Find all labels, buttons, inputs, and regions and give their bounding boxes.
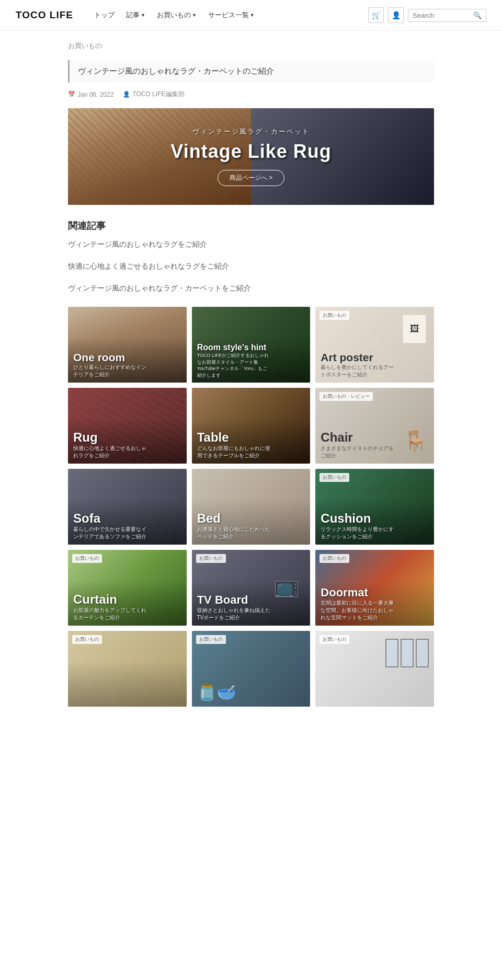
card-desc: TOCO LIFEがご紹介するおしゃれなお部屋スタイル・アート集 YouTube… [197,352,270,378]
article-header-text: ヴィンテージ風のおしゃれなラグ・カーペットのご紹介 [78,66,426,76]
card-curtain[interactable]: お買いもの Curtain お部屋の魅力をアップしてくれるカーテンをご紹介 [68,550,187,626]
card-extra2[interactable]: お買いもの 🫙🥣 [192,631,311,707]
card-text: Chair さまざまなテイストのチェアをご紹介 [321,430,394,459]
card-name: Sofa [73,511,146,526]
nav-article[interactable]: 記事 ▼ [126,10,145,20]
nav-top[interactable]: トップ [94,10,115,20]
card-desc: 快適に心地よく過ごせるおしゃれラグをご紹介 [73,445,146,459]
card-text: Bed お洒落さと寝心地にこだわったベッドをご紹介 [197,511,270,540]
card-label: お買いもの [196,635,226,644]
card-text: Rug 快適に心地よく過ごせるおしゃれラグをご紹介 [73,430,146,459]
card-label: お買いもの・レビュー [320,392,373,401]
hero-subtitle: ヴィンテージ風ラグ・カーペット [192,127,310,136]
chevron-down-icon: ▼ [141,13,145,18]
card-desc: 玄関は最初に目に入る一番大事な空間。お客様に向けたおしゃれな玄関マットをご紹介 [321,599,394,621]
card-text: Sofa 暮らしの中で欠かせる重要なインテリアであるソファをご紹介 [73,511,146,540]
card-name: Doormat [321,586,394,599]
card-name: Cushion [321,511,394,526]
card-text: Curtain お部屋の魅力をアップしてくれるカーテンをご紹介 [73,592,146,621]
card-label: お買いもの [320,311,349,320]
section-text-2: 快適に心地よく過ごせるおしゃれなラグをご紹介 [68,260,434,273]
calendar-icon: 📅 [68,91,75,98]
card-text: Cushion リラックス時間をより豊かにするクッションをご紹介 [321,511,394,540]
card-text: Art poster 暮らしを豊かにしてくれるアートポスターをご紹介 [321,351,394,378]
card-name: TV Board [197,593,270,607]
card-name: Chair [321,430,394,445]
user-button[interactable]: 👤 [388,7,404,23]
card-table[interactable]: Table どんなお部屋にもおしゃれに使用できるテーブルをご紹介 [192,388,311,464]
cart-button[interactable]: 🛒 [368,7,384,23]
card-bed[interactable]: Bed お洒落さと寝心地にこだわったベッドをご紹介 [192,469,311,545]
section-text-1: ヴィンテージ風のおしゃれなラグをご紹介 [68,238,434,251]
card-desc: 暮らしの中で欠かせる重要なインテリアであるソファをご紹介 [73,526,146,540]
cards-grid: One room ひとり暮らしにおすすめなインテリアをご紹介 Room styl… [68,307,434,707]
card-desc: さまざまなテイストのチェアをご紹介 [321,445,394,459]
card-chair[interactable]: お買いもの・レビュー Chair さまざまなテイストのチェアをご紹介 🪑 [315,388,434,464]
chevron-down-icon: ▼ [250,13,255,18]
card-cushion[interactable]: お買いもの Cushion リラックス時間をより豊かにするクッションをご紹介 [315,469,434,545]
header: TOCO LIFE トップ 記事 ▼ お買いもの ▼ サービス一覧 ▼ 🛒 👤 … [0,0,502,31]
main-nav: トップ 記事 ▼ お買いもの ▼ サービス一覧 ▼ [94,10,368,20]
search-icon[interactable]: 🔍 [473,11,482,19]
card-name: Room style's hint [197,343,270,352]
card-text: TV Board 収納さとおしゃれを兼ね揃えたTVボードをご紹介 [197,593,270,621]
search-input[interactable] [413,11,470,19]
meta-date: 📅 Jan 06, 2022 [68,91,113,98]
card-extra1[interactable]: お買いもの [68,631,187,707]
card-desc: お部屋の魅力をアップしてくれるカーテンをご紹介 [73,607,146,621]
card-text: One room ひとり暮らしにおすすめなインテリアをご紹介 [73,351,146,378]
main-content: お買いもの ヴィンテージ風のおしゃれなラグ・カーペットのご紹介 📅 Jan 06… [47,31,455,717]
header-actions: 🛒 👤 🔍 [368,7,486,23]
card-sofa[interactable]: Sofa 暮らしの中で欠かせる重要なインテリアであるソファをご紹介 [68,469,187,545]
hero-banner: ヴィンテージ風ラグ・カーペット Vintage Like Rug 商品ページへ … [68,108,434,205]
card-doormat[interactable]: お買いもの Doormat 玄関は最初に目に入る一番大事な空間。お客様に向けたお… [315,550,434,626]
search-box: 🔍 [408,9,486,22]
card-name: Table [197,430,270,445]
card-desc: ひとり暮らしにおすすめなインテリアをご紹介 [73,364,146,378]
card-tvboard[interactable]: お買いもの 📺 TV Board 収納さとおしゃれを兼ね揃えたTVボードをご紹介 [192,550,311,626]
card-desc: 収納さとおしゃれを兼ね揃えたTVボードをご紹介 [197,607,270,621]
hero-title: Vintage Like Rug [170,141,331,163]
hero-content: ヴィンテージ風ラグ・カーペット Vintage Like Rug 商品ページへ … [68,108,434,205]
hero-button[interactable]: 商品ページへ > [218,170,284,186]
card-text: Table どんなお部屋にもおしゃれに使用できるテーブルをご紹介 [197,430,270,459]
person-icon: 👤 [123,91,130,98]
card-extra3[interactable]: お買いもの [315,631,434,707]
section-title-1: 関連記事 [68,220,434,232]
logo[interactable]: TOCO LIFE [16,9,73,21]
card-desc: お洒落さと寝心地にこだわったベッドをご紹介 [197,526,270,540]
card-label: お買いもの [320,635,349,644]
card-name: Rug [73,430,146,445]
card-oneroom[interactable]: One room ひとり暮らしにおすすめなインテリアをご紹介 [68,307,187,383]
card-name: Curtain [73,592,146,607]
article-meta: 📅 Jan 06, 2022 👤 TOCO LIFE編集部 [68,90,434,99]
nav-services[interactable]: サービス一覧 ▼ [208,10,255,20]
nav-shopping[interactable]: お買いもの ▼ [157,10,197,20]
card-name: Bed [197,511,270,526]
card-desc: どんなお部屋にもおしゃれに使用できるテーブルをご紹介 [197,445,270,459]
section-text-3: ヴィンテージ風のおしゃれなラグ・カーペットをご紹介 [68,282,434,295]
breadcrumb: お買いもの [68,41,434,51]
card-name: One room [73,351,146,364]
card-artposter[interactable]: お買いもの Art poster 暮らしを豊かにしてくれるアートポスターをご紹介… [315,307,434,383]
article-header-box: ヴィンテージ風のおしゃれなラグ・カーペットのご紹介 [68,60,434,83]
card-name: Art poster [321,351,394,364]
meta-author: 👤 TOCO LIFE編集部 [123,90,184,99]
card-rug[interactable]: Rug 快適に心地よく過ごせるおしゃれラグをご紹介 [68,388,187,464]
chevron-down-icon: ▼ [192,13,197,18]
card-desc: リラックス時間をより豊かにするクッションをご紹介 [321,526,394,540]
card-text: Doormat 玄関は最初に目に入る一番大事な空間。お客様に向けたおしゃれな玄関… [321,586,394,621]
card-text: Room style's hint TOCO LIFEがご紹介するおしゃれなお部… [197,343,270,378]
card-desc: 暮らしを豊かにしてくれるアートポスターをご紹介 [321,364,394,378]
card-roomstyle[interactable]: Room style's hint TOCO LIFEがご紹介するおしゃれなお部… [192,307,311,383]
